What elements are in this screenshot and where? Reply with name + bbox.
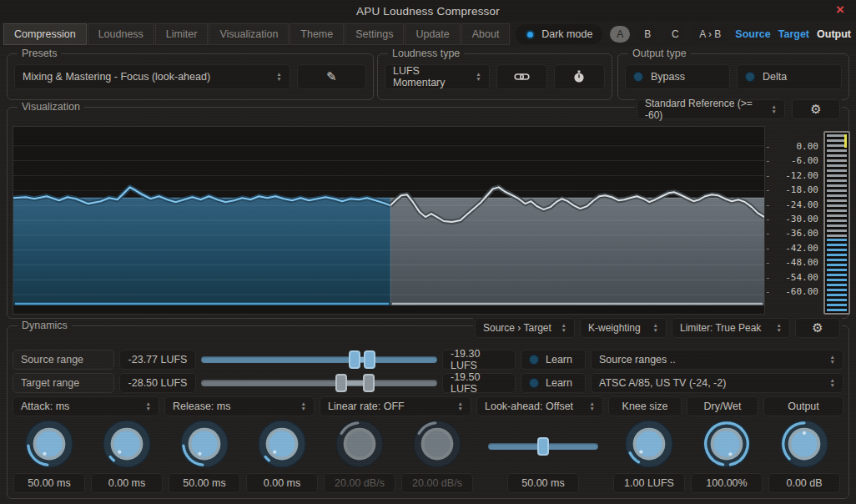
target-ranges-select[interactable]: ATSC A/85, US TV (-24, -2) ▲▼ — [591, 373, 843, 393]
limiter-select[interactable]: Limiter: True Peak ▲▼ — [672, 318, 790, 338]
target-learn-label: Learn — [546, 377, 572, 389]
look-ahead-slider[interactable] — [488, 436, 598, 456]
edit-preset-button[interactable]: ✎ — [297, 64, 366, 89]
source-range-high-value[interactable]: -19.30 LUFS — [442, 350, 516, 370]
target-range-track[interactable] — [201, 380, 437, 386]
copy-a-to-b-button[interactable]: A › B — [692, 26, 728, 43]
linear-rate-select[interactable]: Linear rate: OFF ▲▼ — [320, 396, 471, 416]
output-gain-knob[interactable] — [778, 418, 830, 470]
target-range-high-handle[interactable] — [363, 374, 375, 392]
tab-visualization[interactable]: Visualization — [209, 23, 289, 45]
preset-selected-value: Mixing & Mastering - Focus (look-ahead) — [23, 71, 210, 83]
dynamics-legend: Dynamics — [18, 320, 72, 331]
db-scale: -0.00 --6.00 --12.00 --18.00 --24.00 --3… — [765, 141, 823, 297]
dark-mode-toggle[interactable]: Dark mode — [516, 24, 602, 44]
look-ahead-value[interactable]: 50.00 ms — [507, 473, 579, 493]
look-ahead-mode-value: Look-ahead: Offset — [485, 401, 573, 412]
close-icon[interactable]: × — [833, 3, 848, 18]
spinner-arrows-icon: ▲▼ — [770, 323, 782, 333]
source-range-track[interactable] — [201, 356, 437, 363]
source-learn-label: Learn — [546, 354, 572, 365]
tab-about[interactable]: About — [461, 23, 511, 45]
presets-group: Presets Mixing & Mastering - Focus (look… — [7, 53, 374, 100]
routing-select[interactable]: Source › Target ▲▼ — [475, 318, 575, 338]
target-range-row: Target range -28.50 LUFS -19.50 LUFS Lea… — [13, 373, 843, 393]
target-range-low-value[interactable]: -28.50 LUFS — [119, 373, 196, 393]
reference-select[interactable]: Standard Reference (>= -60) ▲▼ — [637, 99, 785, 119]
source-ranges-select[interactable]: Source ranges .. ▲▼ — [591, 350, 843, 370]
release-mode-select[interactable]: Release: ms ▲▼ — [164, 396, 315, 416]
link-icon — [514, 72, 530, 82]
loudness-type-group: Loudness type LUFS Momentary ▲▼ — [377, 53, 612, 100]
weighting-value: K-weighting — [588, 322, 641, 334]
tab-compression[interactable]: Compression — [3, 23, 87, 45]
bypass-off-icon — [633, 72, 643, 82]
source-ranges-value: Source ranges .. — [599, 354, 676, 365]
look-ahead-group: 50.00 ms — [478, 418, 608, 493]
parameter-header-row: Attack: ms ▲▼ Release: ms ▲▼ Linear rate… — [13, 396, 843, 416]
variant-b-button[interactable]: B — [637, 26, 657, 43]
visualization-legend: Visualization — [18, 101, 84, 113]
release-secondary-knob-group: 0.00 ms — [245, 418, 319, 493]
knee-size-knob[interactable] — [623, 418, 675, 470]
knee-size-value[interactable]: 1.00 LUFS — [613, 473, 685, 493]
delta-toggle[interactable]: Delta — [737, 64, 842, 89]
tab-update[interactable]: Update — [405, 23, 460, 45]
attack-mode-select[interactable]: Attack: ms ▲▼ — [13, 396, 159, 416]
target-learn-button[interactable]: Learn — [521, 373, 586, 393]
source-range-slider[interactable] — [201, 350, 437, 370]
loudness-graph[interactable] — [13, 126, 765, 315]
variant-c-button[interactable]: C — [665, 26, 685, 43]
bypass-toggle[interactable]: Bypass — [625, 64, 730, 89]
reference-value: Standard Reference (>= -60) — [645, 98, 765, 121]
source-link[interactable]: Source — [735, 28, 770, 40]
scale-tick: -12.00 — [785, 170, 823, 181]
link-channels-button[interactable] — [496, 64, 547, 89]
source-range-high-handle[interactable] — [364, 350, 375, 369]
scale-tick: -48.00 — [785, 257, 823, 268]
attack-secondary-knob[interactable] — [101, 418, 153, 470]
tab-loudness[interactable]: Loudness — [88, 23, 154, 45]
tab-settings[interactable]: Settings — [345, 23, 404, 45]
stopwatch-icon — [573, 70, 585, 83]
preset-select[interactable]: Mixing & Mastering - Focus (look-ahead) … — [14, 64, 290, 89]
routing-value: Source › Target — [483, 322, 551, 334]
output-link[interactable]: Output — [817, 28, 851, 40]
waveform-plot — [13, 127, 764, 314]
release-knob[interactable] — [179, 418, 230, 470]
source-range-low-value[interactable]: -23.77 LUFS — [119, 350, 196, 370]
tab-theme[interactable]: Theme — [290, 23, 344, 45]
gate-timer-button[interactable] — [554, 64, 605, 89]
bypass-label: Bypass — [651, 71, 685, 83]
dynamics-settings-button[interactable]: ⚙ — [795, 318, 840, 338]
knee-size-header: Knee size — [608, 396, 682, 416]
source-learn-button[interactable]: Learn — [521, 350, 586, 370]
loudness-type-select[interactable]: LUFS Momentary ▲▼ — [385, 64, 490, 89]
attack-secondary-value[interactable]: 0.00 ms — [91, 473, 163, 493]
target-range-high-value[interactable]: -19.50 LUFS — [442, 373, 516, 393]
scale-tick: -6.00 — [791, 155, 823, 166]
visualization-settings-button[interactable]: ⚙ — [792, 99, 840, 119]
variant-a-button[interactable]: A — [610, 26, 630, 43]
weighting-select[interactable]: K-weighting ▲▼ — [580, 318, 667, 338]
release-secondary-knob[interactable] — [256, 418, 308, 470]
target-link[interactable]: Target — [778, 28, 809, 40]
target-range-low-handle[interactable] — [335, 374, 347, 392]
release-secondary-value[interactable]: 0.00 ms — [246, 473, 318, 493]
source-range-low-handle[interactable] — [349, 350, 360, 369]
learn-off-icon — [529, 378, 539, 388]
plugin-window: APU Loudness Compressor × Compression Lo… — [0, 0, 856, 504]
dry-wet-value[interactable]: 100.00% — [691, 473, 763, 493]
attack-value[interactable]: 50.00 ms — [13, 473, 85, 493]
meter-peak-marker — [844, 134, 847, 148]
tab-limiter[interactable]: Limiter — [155, 23, 209, 45]
attack-knob[interactable] — [23, 418, 75, 470]
look-ahead-handle[interactable] — [537, 437, 549, 456]
release-value[interactable]: 50.00 ms — [169, 473, 240, 493]
target-range-slider[interactable] — [201, 373, 437, 393]
dry-wet-header: Dry/Wet — [687, 396, 758, 416]
output-gain-value[interactable]: 0.00 dB — [768, 473, 840, 493]
look-ahead-mode-select[interactable]: Look-ahead: Offset ▲▼ — [476, 396, 603, 416]
dry-wet-knob[interactable] — [701, 418, 753, 470]
knee-size-knob-group: 1.00 LUFS — [612, 418, 686, 493]
